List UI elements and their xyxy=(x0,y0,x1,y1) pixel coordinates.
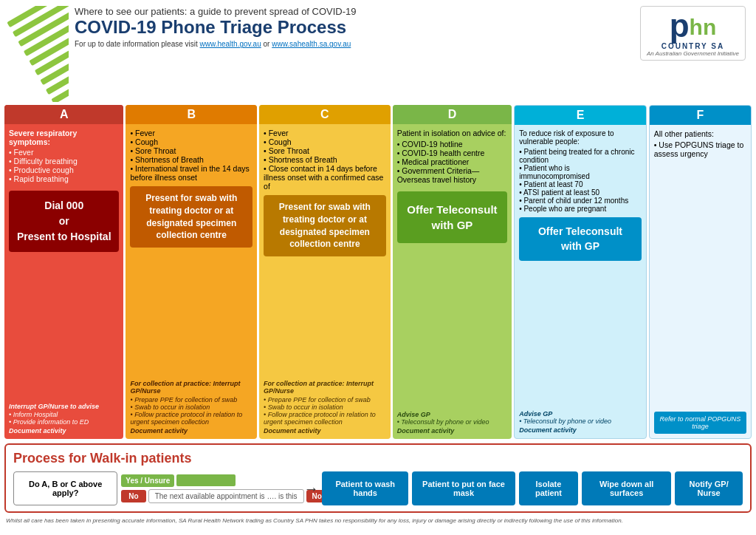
column-b: B • Fever • Cough • Sore Throat • Shortn… xyxy=(126,105,257,439)
col-d-intro: Patient in isolation on advice of: xyxy=(397,129,507,137)
list-item: • Prepare PPE for collection of swab xyxy=(264,396,386,403)
list-item: • Follow practice protocol in relation t… xyxy=(130,411,252,426)
list-item: • COVID-19 health centre xyxy=(397,149,507,157)
list-item: • Provide information to ED xyxy=(9,418,119,426)
appt-box: The next available appointment is …. is … xyxy=(148,489,304,503)
step-face-mask: Patient to put on face mask xyxy=(412,471,515,505)
list-item: • Cough xyxy=(130,137,252,146)
phn-aus-initiative: An Australian Government Initiative xyxy=(647,50,739,57)
list-item: • COVID-19 hotline xyxy=(397,140,507,149)
column-c: C • Fever • Cough • Sore Throat • Shortn… xyxy=(259,105,391,439)
col-c-document: Document activity xyxy=(264,427,386,435)
list-item: • Teleconsult by phone or video xyxy=(397,418,507,426)
list-item: • Inform Hospital xyxy=(9,411,119,418)
list-item: • Shortness of Breath xyxy=(130,155,252,164)
list-item: • Fever xyxy=(264,129,386,137)
col-c-header: C xyxy=(259,105,391,124)
link1[interactable]: www.health.gov.au xyxy=(200,40,261,48)
list-item: • Fever xyxy=(130,129,252,137)
list-item: • Sore Throat xyxy=(264,146,386,155)
list-item: • Fever xyxy=(9,148,119,157)
list-item: • Patient being treated for a chronic co… xyxy=(519,148,642,164)
list-item: • Patient who is immunocompromised xyxy=(519,164,642,180)
list-item: • Follow practice protocol in relation t… xyxy=(264,411,386,426)
col-b-action: Present for swab with treating doctor or… xyxy=(130,186,252,248)
step-wipe-surfaces: Wipe down all surfaces xyxy=(582,471,671,505)
col-e-document: Document activity xyxy=(519,426,642,434)
list-item: • Cough xyxy=(264,137,386,146)
phn-logo: p hn COUNTRY SA An Australian Government… xyxy=(640,6,746,61)
list-item: • Swab to occur in isolation xyxy=(130,403,252,411)
list-item: • Prepare PPE for collection of swab xyxy=(130,396,252,403)
col-a-symptoms-intro: Severe respiratory symptoms: xyxy=(9,129,119,146)
yes-bar xyxy=(176,474,236,486)
walkin-question-box: Do A, B or C above apply? xyxy=(13,471,117,505)
list-item: • Shortness of Breath xyxy=(264,155,386,164)
col-e-intro: To reduce risk of exposure to vulnerable… xyxy=(519,129,642,146)
col-d-header: D xyxy=(393,105,512,124)
list-item: • ATSI patient at least 50 xyxy=(519,188,642,197)
col-f-intro: All other patients: xyxy=(654,129,746,138)
list-item: • International travel in the 14 days be… xyxy=(130,164,252,182)
col-f-header: F xyxy=(650,106,751,125)
list-item: • Patient at least 70 xyxy=(519,180,642,188)
step-wash-hands: Patient to wash hands xyxy=(322,471,408,505)
walkin-title: Process for Walk-in patients xyxy=(13,451,743,466)
col-b-collection-title: For collection at practice: Interrupt GP… xyxy=(130,380,252,395)
column-f: F All other patients: • Use POPGUNS tria… xyxy=(649,105,752,439)
col-a-interrupt-title: Interrupt GP/Nurse to advise xyxy=(9,403,119,410)
list-item: • Government Criteria—Overseas travel hi… xyxy=(397,166,507,184)
no-label: No xyxy=(121,490,145,502)
col-a-header: A xyxy=(4,105,123,124)
list-item: • Teleconsult by phone or video xyxy=(519,418,642,425)
header-link: For up to date information please visit … xyxy=(75,40,634,48)
list-item: • Productive cough xyxy=(9,166,119,174)
column-d: D Patient in isolation on advice of: • C… xyxy=(393,105,512,439)
list-item: • Close contact in 14 days before illnes… xyxy=(264,164,386,191)
col-e-action: Offer Teleconsult with GP xyxy=(519,217,642,261)
step-isolate: Isolate patient xyxy=(519,471,578,505)
list-item: • Swab to occur in isolation xyxy=(264,403,386,411)
col-c-collection-title: For collection at practice: Interrupt GP… xyxy=(264,380,386,395)
header-subtitle: Where to see our patients: a guide to pr… xyxy=(75,6,634,17)
yes-unsure-label: Yes / Unsure xyxy=(121,474,174,487)
col-b-document: Document activity xyxy=(130,427,252,435)
col-d-action: Offer Teleconsult with GP xyxy=(397,191,507,243)
col-e-advise-title: Advise GP xyxy=(519,410,642,418)
list-item: • Sore Throat xyxy=(130,146,252,155)
step-notify-gp: Notify GP/ Nurse xyxy=(675,471,743,505)
list-item: • People who are pregnant xyxy=(519,205,642,213)
col-d-document: Document activity xyxy=(397,427,507,435)
list-item: • Use POPGUNS triage to assess urgency xyxy=(654,140,746,158)
col-a-action: Dial 000 or Present to Hospital xyxy=(9,191,119,252)
column-a: A Severe respiratory symptoms: • Fever •… xyxy=(4,105,123,439)
phn-country: COUNTRY SA xyxy=(647,42,739,50)
col-a-document: Document activity xyxy=(9,427,119,435)
footer-note: Whilst all care has been taken in presen… xyxy=(0,515,756,528)
flow-arrow: → xyxy=(303,480,318,497)
col-c-action: Present for swab with treating doctor or… xyxy=(264,195,386,256)
column-e: E To reduce risk of exposure to vulnerab… xyxy=(514,105,647,439)
list-item: • Medical practitioner xyxy=(397,157,507,166)
col-d-advise-title: Advise GP xyxy=(397,411,507,418)
link2[interactable]: www.sahealth.sa.gov.au xyxy=(272,40,351,48)
col-f-refer: Refer to normal POPGUNS triage xyxy=(654,412,746,434)
header-title: COVID-19 Phone Triage Process xyxy=(75,18,634,37)
col-b-header: B xyxy=(126,105,257,124)
list-item: • Difficulty breathing xyxy=(9,157,119,166)
col-e-header: E xyxy=(515,106,646,125)
list-item: • Rapid breathing xyxy=(9,174,119,183)
list-item: • Parent of child under 12 months xyxy=(519,197,642,205)
walkin-section: Process for Walk-in patients Do A, B or … xyxy=(4,443,752,513)
